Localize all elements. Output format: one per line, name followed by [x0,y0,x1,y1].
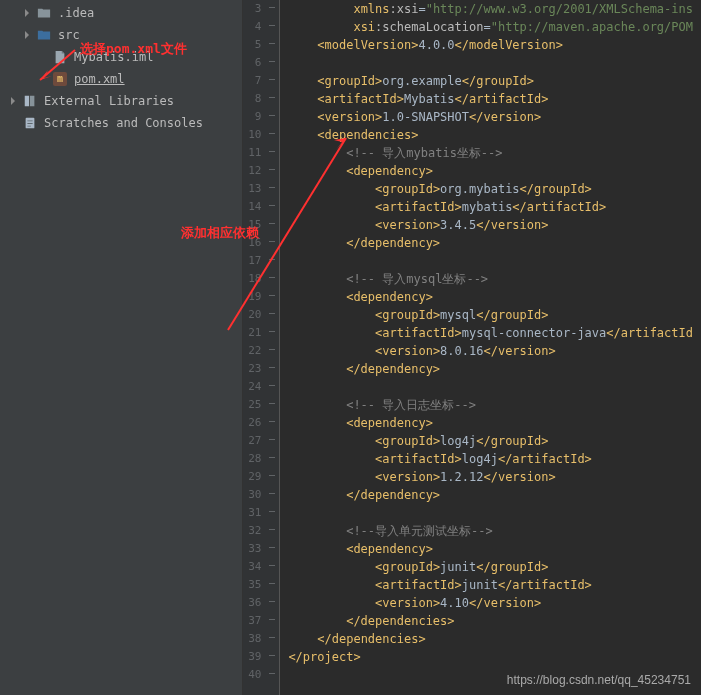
line-number: 25 [243,396,279,414]
code-line[interactable]: <dependency> [288,162,693,180]
line-number: 34 [243,558,279,576]
line-number: 4 [243,18,279,36]
tree-item-scratches-and-consoles[interactable]: Scratches and Consoles [0,112,242,134]
maven-icon: m [52,71,68,87]
project-tree: .ideasrcMybatis.imlmpom.xmlExternal Libr… [0,0,242,136]
line-number: 24 [243,378,279,396]
watermark-text: https://blog.csdn.net/qq_45234751 [507,673,691,687]
code-line[interactable]: <artifactId>mysql-connector-java</artifa… [288,324,693,342]
line-number: 11 [243,144,279,162]
line-number: 20 [243,306,279,324]
code-line[interactable]: </dependency> [288,486,693,504]
project-sidebar[interactable]: .ideasrcMybatis.imlmpom.xmlExternal Libr… [0,0,243,695]
code-line[interactable]: <version>1.2.12</version> [288,468,693,486]
code-line[interactable] [288,504,693,522]
line-number: 40 [243,666,279,684]
code-line[interactable]: <!-- 导入日志坐标--> [288,396,693,414]
code-line[interactable]: <version>3.4.5</version> [288,216,693,234]
line-number: 37 [243,612,279,630]
line-number: 12 [243,162,279,180]
tree-item-pom-xml[interactable]: mpom.xml [0,68,242,90]
line-number: 30 [243,486,279,504]
tree-label: src [58,28,80,42]
tree-label: Scratches and Consoles [44,116,203,130]
line-number: 23 [243,360,279,378]
code-line[interactable]: xmlns:xsi="http://www.w3.org/2001/XMLSch… [288,0,693,18]
line-number: 6 [243,54,279,72]
tree-arrow-icon[interactable] [22,30,32,40]
tree-arrow-icon [38,52,48,62]
line-number: 36 [243,594,279,612]
code-line[interactable]: <!-- 导入mybatis坐标--> [288,144,693,162]
tree-item--idea[interactable]: .idea [0,2,242,24]
code-line[interactable]: <version>4.10</version> [288,594,693,612]
line-number: 7 [243,72,279,90]
code-line[interactable]: <groupId>log4j</groupId> [288,432,693,450]
code-line[interactable]: xsi:schemaLocation="http://maven.apache.… [288,18,693,36]
code-line[interactable]: <dependency> [288,540,693,558]
scratch-icon [22,115,38,131]
line-number: 33 [243,540,279,558]
line-number: 39 [243,648,279,666]
line-number: 22 [243,342,279,360]
code-editor[interactable]: 3456789101112131415161718192021222324252… [243,0,701,695]
code-line[interactable]: </dependency> [288,234,693,252]
tree-arrow-icon [38,74,48,84]
code-line[interactable]: <version>8.0.16</version> [288,342,693,360]
tree-label: pom.xml [74,72,125,86]
file-icon [52,49,68,65]
code-line[interactable]: <!--导入单元测试坐标--> [288,522,693,540]
tree-item-external-libraries[interactable]: External Libraries [0,90,242,112]
tree-arrow-icon[interactable] [22,8,32,18]
code-line[interactable] [288,378,693,396]
line-number: 19 [243,288,279,306]
code-line[interactable]: <modelVersion>4.0.0</modelVersion> [288,36,693,54]
code-line[interactable]: </project> [288,648,693,666]
folder-icon [36,5,52,21]
line-number: 26 [243,414,279,432]
annotation-select-pom: 选择pom.xml文件 [80,40,187,58]
line-number: 27 [243,432,279,450]
code-line[interactable] [288,54,693,72]
line-number: 8 [243,90,279,108]
line-number: 28 [243,450,279,468]
code-line[interactable]: <artifactId>mybatis</artifactId> [288,198,693,216]
tree-label: .idea [58,6,94,20]
line-number: 13 [243,180,279,198]
code-line[interactable]: </dependencies> [288,612,693,630]
tree-arrow-icon[interactable] [8,96,18,106]
line-number: 14 [243,198,279,216]
code-line[interactable]: </dependencies> [288,630,693,648]
svg-rect-0 [25,96,29,107]
lib-icon [22,93,38,109]
code-line[interactable]: <artifactId>Mybatis</artifactId> [288,90,693,108]
line-number: 9 [243,108,279,126]
annotation-add-deps: 添加相应依赖 [181,224,259,242]
tree-arrow-icon [8,118,18,128]
src-folder-icon [36,27,52,43]
line-gutter: 3456789101112131415161718192021222324252… [243,0,280,695]
code-line[interactable]: <dependency> [288,414,693,432]
code-line[interactable]: <artifactId>junit</artifactId> [288,576,693,594]
line-number: 17 [243,252,279,270]
line-number: 3 [243,0,279,18]
code-line[interactable] [288,252,693,270]
code-line[interactable]: <dependencies> [288,126,693,144]
code-line[interactable]: </dependency> [288,360,693,378]
line-number: 35 [243,576,279,594]
code-line[interactable]: <!-- 导入mysql坐标--> [288,270,693,288]
line-number: 38 [243,630,279,648]
line-number: 32 [243,522,279,540]
code-line[interactable]: <version>1.0-SNAPSHOT</version> [288,108,693,126]
code-line[interactable]: <artifactId>log4j</artifactId> [288,450,693,468]
line-number: 21 [243,324,279,342]
code-line[interactable]: <groupId>junit</groupId> [288,558,693,576]
line-number: 10 [243,126,279,144]
code-line[interactable]: <groupId>org.mybatis</groupId> [288,180,693,198]
code-line[interactable]: <groupId>org.example</groupId> [288,72,693,90]
code-line[interactable]: <dependency> [288,288,693,306]
code-line[interactable]: <groupId>mysql</groupId> [288,306,693,324]
code-area[interactable]: xmlns:xsi="http://www.w3.org/2001/XMLSch… [280,0,701,695]
line-number: 5 [243,36,279,54]
tree-label: External Libraries [44,94,174,108]
